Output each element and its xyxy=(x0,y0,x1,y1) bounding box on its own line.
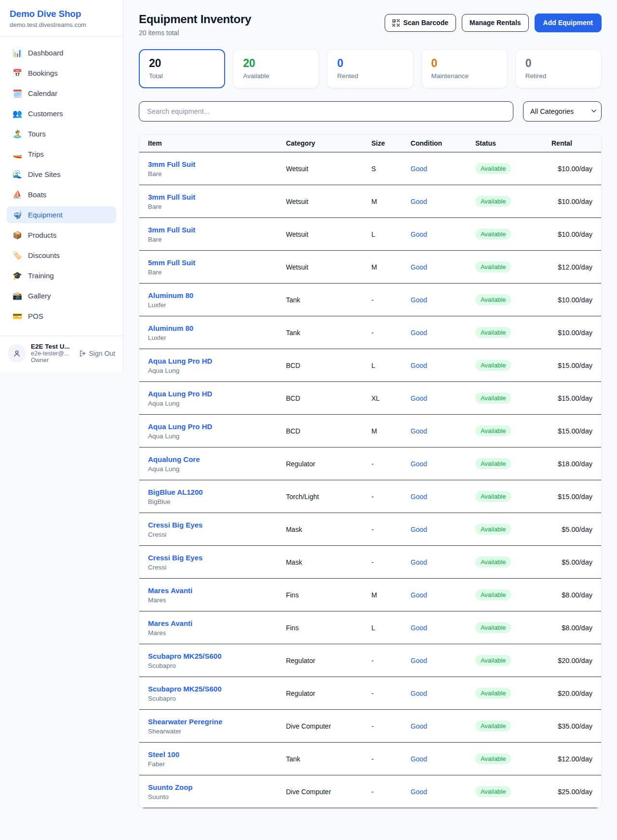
stat-card-rented[interactable]: 0 Rented xyxy=(327,49,413,88)
item-rental: $15.00/day xyxy=(546,382,601,415)
condition-link[interactable]: Good xyxy=(411,657,427,664)
search-input[interactable] xyxy=(139,101,513,122)
table-row[interactable]: Suunto Zoop Suunto Dive Computer - Good … xyxy=(139,775,601,808)
scan-barcode-button[interactable]: Scan Barcode xyxy=(385,14,456,32)
table-row[interactable]: Steel 100 Faber Tank - Good Available xyxy=(139,743,601,775)
sidebar-item-equipment[interactable]: 🤿 Equipment xyxy=(7,206,116,223)
condition-link[interactable]: Good xyxy=(411,460,427,468)
table-row[interactable]: Aqua Lung Pro HD Aqua Lung BCD L Good Av… xyxy=(139,349,601,382)
sidebar-item-customers[interactable]: 👥 Customers xyxy=(7,105,116,122)
status-badge: Available xyxy=(475,229,511,240)
table-row[interactable]: Shearwater Peregrine Shearwater Dive Com… xyxy=(139,710,601,743)
item-brand: Bare xyxy=(148,269,274,276)
item-name-link[interactable]: Shearwater Peregrine xyxy=(148,718,274,726)
condition-link[interactable]: Good xyxy=(411,722,427,730)
table-row[interactable]: Mares Avanti Mares Fins M Good Available xyxy=(139,579,601,611)
condition-link[interactable]: Good xyxy=(411,526,427,533)
condition-link[interactable]: Good xyxy=(411,788,427,796)
table-row[interactable]: BigBlue AL1200 BigBlue Torch/Light - Goo… xyxy=(139,480,601,513)
condition-link[interactable]: Good xyxy=(411,755,427,763)
condition-link[interactable]: Good xyxy=(411,362,427,369)
scan-barcode-label: Scan Barcode xyxy=(403,19,448,27)
table-row[interactable]: Scubapro MK25/S600 Scubapro Regulator - … xyxy=(139,644,601,677)
item-name-link[interactable]: 3mm Full Suit xyxy=(148,226,274,234)
sidebar-item-training[interactable]: 🎓 Training xyxy=(7,267,116,284)
item-name-link[interactable]: Aqua Lung Pro HD xyxy=(148,422,274,431)
item-name-link[interactable]: Scubapro MK25/S600 xyxy=(148,685,274,693)
condition-link[interactable]: Good xyxy=(411,394,427,402)
item-name-link[interactable]: Mares Avanti xyxy=(148,619,274,627)
item-name-link[interactable]: 3mm Full Suit xyxy=(148,193,274,201)
condition-link[interactable]: Good xyxy=(411,230,427,238)
condition-link[interactable]: Good xyxy=(411,329,427,337)
item-name-link[interactable]: 3mm Full Suit xyxy=(148,160,274,168)
table-row[interactable]: 3mm Full Suit Bare Wetsuit L Good Availa… xyxy=(139,218,601,251)
item-name-link[interactable]: Aluminum 80 xyxy=(148,324,274,332)
sidebar-item-tours[interactable]: 🏝️ Tours xyxy=(7,125,116,142)
item-name-link[interactable]: BigBlue AL1200 xyxy=(148,488,274,496)
condition-link[interactable]: Good xyxy=(411,558,427,566)
condition-link[interactable]: Good xyxy=(411,427,427,435)
table-row[interactable]: 3mm Full Suit Bare Wetsuit M Good Availa… xyxy=(139,185,601,218)
sign-out-button[interactable]: Sign Out xyxy=(79,350,115,357)
condition-link[interactable]: Good xyxy=(411,296,427,304)
item-name-link[interactable]: Cressi Big Eyes xyxy=(148,554,274,562)
sidebar-item-pos[interactable]: 💳 POS xyxy=(7,308,116,325)
table-row[interactable]: Aqua Lung Pro HD Aqua Lung BCD M Good Av… xyxy=(139,415,601,447)
item-name-link[interactable]: Aqua Lung Pro HD xyxy=(148,357,274,365)
sidebar-item-products[interactable]: 📦 Products xyxy=(7,227,116,244)
manage-rentals-button[interactable]: Manage Rentals xyxy=(462,14,529,32)
sidebar-item-boats[interactable]: ⛵ Boats xyxy=(7,186,116,203)
condition-link[interactable]: Good xyxy=(411,263,427,271)
item-category: Wetsuit xyxy=(280,218,365,251)
sidebar-item-bookings[interactable]: 📅 Bookings xyxy=(7,65,116,81)
item-name-link[interactable]: Aqualung Core xyxy=(148,455,274,463)
sidebar-item-dive-sites[interactable]: 🌊 Dive Sites xyxy=(7,166,116,183)
item-name-link[interactable]: Mares Avanti xyxy=(148,586,274,595)
condition-link[interactable]: Good xyxy=(411,591,427,599)
table-row[interactable]: Scubapro MK25/S600 Scubapro Regulator - … xyxy=(139,677,601,710)
stat-card-maintenance[interactable]: 0 Maintenance xyxy=(421,49,508,88)
sidebar-item-calendar[interactable]: 🗓️ Calendar xyxy=(7,85,116,102)
condition-link[interactable]: Good xyxy=(411,493,427,501)
item-name-link[interactable]: Aluminum 80 xyxy=(148,291,274,299)
table-row[interactable]: Mares Avanti Mares Fins L Good Available xyxy=(139,611,601,644)
sidebar-item-discounts[interactable]: 🏷️ Discounts xyxy=(7,247,116,264)
add-equipment-button[interactable]: Add Equipment xyxy=(535,14,602,32)
condition-link[interactable]: Good xyxy=(411,690,427,697)
table-row[interactable]: 3mm Full Suit Bare Wetsuit S Good Availa… xyxy=(139,152,601,185)
main-content: Equipment Inventory 20 items total xyxy=(123,0,617,824)
condition-link[interactable]: Good xyxy=(411,198,427,205)
condition-link[interactable]: Good xyxy=(411,165,427,173)
stat-card-retired[interactable]: 0 Retired xyxy=(515,49,602,88)
table-row[interactable]: Aqualung Core Aqua Lung Regulator - Good… xyxy=(139,447,601,480)
table-row[interactable]: Cressi Big Eyes Cressi Mask - Good Avail… xyxy=(139,513,601,546)
user-role: Owner xyxy=(31,357,74,364)
item-name-link[interactable]: 5mm Full Suit xyxy=(148,258,274,267)
table-row[interactable]: Aqua Lung Pro HD Aqua Lung BCD XL Good A… xyxy=(139,382,601,415)
item-brand: Aqua Lung xyxy=(148,465,274,473)
nav-item-label: Products xyxy=(28,231,56,239)
sidebar-item-dashboard[interactable]: 📊 Dashboard xyxy=(7,44,116,61)
item-name-link[interactable]: Scubapro MK25/S600 xyxy=(148,652,274,660)
item-name-link[interactable]: Aqua Lung Pro HD xyxy=(148,390,274,398)
sidebar-item-gallery[interactable]: 📸 Gallery xyxy=(7,287,116,304)
item-name-link[interactable]: Suunto Zoop xyxy=(148,783,274,791)
nav-item-icon: 👥 xyxy=(13,110,22,118)
item-name-link[interactable]: Steel 100 xyxy=(148,750,274,759)
table-row[interactable]: Cressi Big Eyes Cressi Mask - Good Avail… xyxy=(139,546,601,579)
stat-card-available[interactable]: 20 Available xyxy=(233,49,319,88)
table-row[interactable]: 5mm Full Suit Bare Wetsuit M Good Availa… xyxy=(139,251,601,284)
item-name-link[interactable]: Cressi Big Eyes xyxy=(148,521,274,529)
table-row[interactable]: Aluminum 80 Luxfer Tank - Good Available xyxy=(139,316,601,349)
nav-item-icon: 📸 xyxy=(13,292,22,300)
sign-out-label: Sign Out xyxy=(89,350,115,357)
stat-card-total[interactable]: 20 Total xyxy=(139,49,225,88)
item-brand: Scubapro xyxy=(148,695,274,702)
category-select[interactable]: All Categories xyxy=(523,101,602,122)
sidebar-item-trips[interactable]: 🚤 Trips xyxy=(7,146,116,163)
avatar xyxy=(8,344,26,363)
condition-link[interactable]: Good xyxy=(411,624,427,632)
table-row[interactable]: Aluminum 80 Luxfer Tank - Good Available xyxy=(139,284,601,316)
brand-block[interactable]: Demo Dive Shop demo.test.divestreams.com xyxy=(0,0,123,37)
